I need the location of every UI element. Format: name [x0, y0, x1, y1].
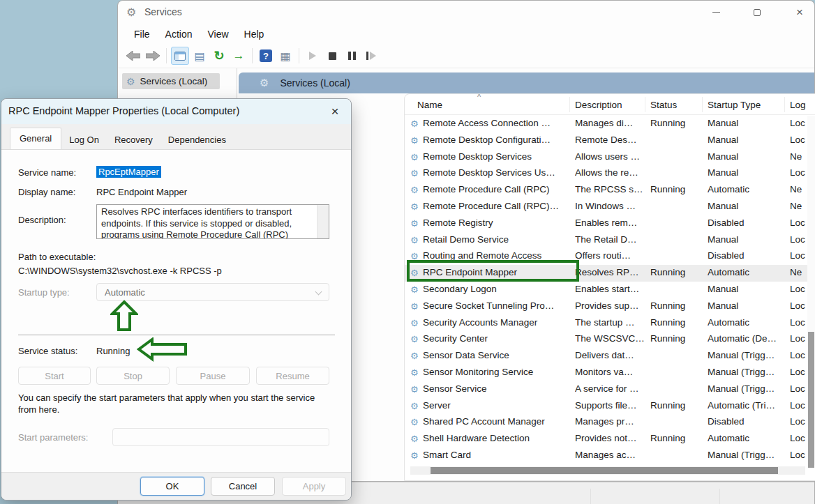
service-row[interactable]: ⚙ Remote Procedure Call (RPC) The RPCSS …: [405, 182, 815, 199]
service-gear-icon: ⚙: [410, 168, 419, 178]
export-list-icon[interactable]: →: [230, 47, 248, 65]
start-parameters-input[interactable]: [112, 428, 329, 446]
startup-type-dropdown[interactable]: Automatic: [96, 283, 329, 301]
main-pane-title: Services (Local): [280, 77, 350, 89]
column-header-log-on-as[interactable]: Log: [790, 100, 806, 110]
service-description-cell: Provides not…: [575, 433, 645, 443]
service-startup-type-cell: Automatic: [708, 433, 786, 443]
tree-item-services-local[interactable]: ⚙ Services (Local): [122, 73, 220, 89]
service-status-cell: Running: [650, 118, 703, 128]
window-titlebar[interactable]: ⚙ Services ×: [118, 1, 814, 24]
service-name-cell: Server: [423, 400, 571, 411]
service-startup-type-cell: Manual: [708, 234, 786, 245]
apply-button[interactable]: Apply: [282, 477, 346, 496]
service-description-cell: The WSCSVC…: [575, 333, 645, 344]
column-header-startup-type[interactable]: Startup Type: [708, 100, 761, 110]
tab-log-on[interactable]: Log On: [61, 131, 107, 149]
description-scrollbar[interactable]: [317, 205, 329, 238]
description-text: Resolves RPC interfaces identifiers to t…: [101, 206, 311, 239]
horizontal-scrollbar-thumb[interactable]: [431, 467, 778, 474]
toolbar-separator: [299, 48, 299, 63]
service-gear-icon: ⚙: [410, 218, 419, 229]
service-row[interactable]: ⚙ Sensor Monitoring Service Monitors va……: [405, 365, 815, 381]
restart-service-icon[interactable]: [362, 47, 380, 65]
tab-recovery[interactable]: Recovery: [107, 131, 160, 149]
start-button[interactable]: Start: [18, 367, 91, 385]
service-gear-icon: ⚙: [410, 185, 419, 195]
service-row[interactable]: ⚙ Sensor Service A service for … Manual …: [405, 381, 815, 398]
service-name-cell: Security Accounts Manager: [423, 317, 571, 328]
service-description-cell: Manages ac…: [575, 450, 645, 460]
service-startup-type-cell: Disabled: [708, 250, 786, 261]
forward-icon[interactable]: [144, 47, 162, 65]
pause-service-icon[interactable]: [343, 47, 361, 65]
service-row[interactable]: ⚙ Remote Procedure Call (RPC)… In Window…: [405, 199, 815, 215]
maximize-button[interactable]: [742, 1, 772, 24]
service-row[interactable]: ⚙ Sensor Data Service Delivers dat… Manu…: [405, 348, 815, 365]
service-row[interactable]: ⚙ Remote Desktop Services Us… Allows the…: [405, 165, 815, 182]
service-row[interactable]: ⚙ Remote Desktop Configurati… Remote Des…: [405, 132, 815, 149]
service-startup-type-cell: Manual: [708, 300, 786, 311]
service-startup-type-cell: Disabled: [708, 416, 786, 427]
properties-icon[interactable]: ▤: [190, 47, 209, 65]
service-row[interactable]: ⚙ Secure Socket Tunneling Pro… Provides …: [405, 298, 815, 315]
sort-ascending-icon: ^: [477, 93, 481, 101]
service-status-label: Service status:: [18, 346, 77, 356]
tab-general[interactable]: General: [10, 128, 61, 149]
start-parameters-hint: You can specify the start parameters tha…: [18, 392, 331, 415]
menu-view[interactable]: View: [200, 26, 236, 43]
help-icon[interactable]: ?: [257, 47, 275, 65]
show-action-pane-icon[interactable]: ▦: [276, 47, 294, 65]
menu-action[interactable]: Action: [158, 26, 200, 43]
resume-button[interactable]: Resume: [256, 367, 329, 385]
ok-button[interactable]: OK: [140, 477, 204, 496]
service-name-cell: Remote Procedure Call (RPC)…: [423, 201, 571, 211]
vertical-scrollbar-thumb[interactable]: [808, 332, 814, 468]
service-description-cell: Monitors va…: [575, 367, 645, 377]
service-row[interactable]: ⚙ Shell Hardware Detection Provides not……: [405, 431, 815, 448]
description-box[interactable]: Resolves RPC interfaces identifiers to t…: [96, 204, 329, 239]
show-console-tree-icon[interactable]: [171, 47, 189, 65]
service-row[interactable]: ⚙ Smart Card Manages ac… Manual (Trigg… …: [405, 448, 815, 464]
service-name-value[interactable]: RpcEptMapper: [96, 166, 161, 178]
back-icon[interactable]: [124, 47, 142, 65]
menu-help[interactable]: Help: [237, 26, 272, 43]
service-gear-icon: ⚙: [410, 384, 419, 395]
service-row[interactable]: ⚙ Security Center The WSCSVC… Running Au…: [405, 331, 815, 348]
service-row[interactable]: ⚙ Server Supports file… Running Automati…: [405, 398, 815, 415]
pause-button[interactable]: Pause: [176, 367, 250, 385]
service-row[interactable]: ⚙ Remote Registry Enables rem… Disabled …: [405, 215, 815, 232]
service-row[interactable]: ⚙ Remote Access Connection … Manages di……: [405, 116, 815, 132]
service-description-cell: Manages pr…: [575, 416, 645, 427]
minimize-button[interactable]: [701, 1, 731, 24]
service-description-cell: The RPCSS s…: [575, 184, 645, 194]
column-header-name[interactable]: Name: [417, 100, 442, 110]
service-gear-icon: ⚙: [410, 235, 419, 245]
service-row[interactable]: ⚙ Secondary Logon Enables start… Manual …: [405, 282, 815, 298]
dialog-close-icon[interactable]: ×: [326, 102, 344, 121]
close-button[interactable]: ×: [784, 1, 815, 24]
display-name-value: RPC Endpoint Mapper: [96, 187, 187, 197]
dialog-titlebar[interactable]: RPC Endpoint Mapper Properties (Local Co…: [1, 99, 351, 124]
service-row[interactable]: ⚙ Security Accounts Manager The startup …: [405, 315, 815, 332]
toolbar-separator: [252, 48, 253, 63]
vertical-scrollbar[interactable]: [807, 116, 815, 465]
service-gear-icon: ⚙: [410, 119, 419, 129]
service-row[interactable]: ⚙ Shared PC Account Manager Manages pr… …: [405, 414, 815, 431]
cancel-button[interactable]: Cancel: [211, 477, 275, 496]
service-row[interactable]: ⚙ Retail Demo Service The Retail D… Manu…: [405, 232, 815, 249]
start-service-icon[interactable]: [304, 47, 322, 65]
stop-button[interactable]: Stop: [96, 367, 170, 385]
service-status-cell: Running: [650, 333, 703, 344]
service-row[interactable]: ⚙ Remote Desktop Services Allows users ……: [405, 149, 815, 166]
stop-service-icon[interactable]: [323, 47, 341, 65]
services-gear-icon: ⚙: [260, 77, 269, 89]
menu-file[interactable]: File: [126, 26, 158, 43]
service-startup-type-cell: Automatic (Tri…: [708, 400, 786, 411]
tab-dependencies[interactable]: Dependencies: [160, 131, 234, 149]
horizontal-scrollbar[interactable]: [410, 466, 805, 475]
column-header-status[interactable]: Status: [650, 100, 677, 110]
refresh-icon[interactable]: ↻: [210, 47, 228, 65]
column-header-description[interactable]: Description: [575, 100, 622, 110]
dialog-tabs: General Log On Recovery Dependencies: [10, 129, 234, 149]
